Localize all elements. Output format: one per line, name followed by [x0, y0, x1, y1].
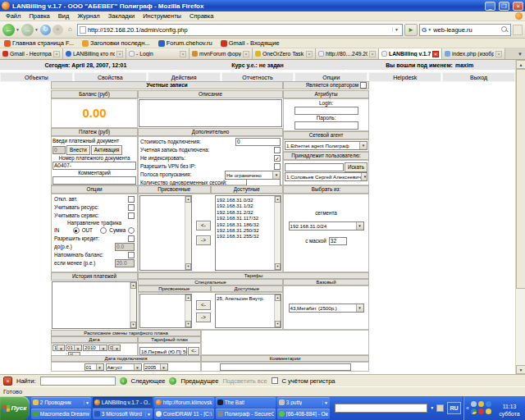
tab-close-icon[interactable]: ×	[53, 51, 60, 57]
tray-icon[interactable]	[486, 409, 491, 414]
tray-icon[interactable]	[471, 409, 477, 414]
tab-close-icon[interactable]: ×	[243, 51, 249, 57]
mask-input[interactable]: 32	[329, 237, 347, 245]
owner-select[interactable]: 1,Соловьев Сергей Алексеевич▼	[285, 172, 368, 181]
payment-amount-input[interactable]: 0	[52, 146, 66, 154]
tab-close-icon[interactable]: ×	[306, 51, 313, 57]
ip-item[interactable]: 192.168.31.186/32	[217, 221, 273, 227]
agent-select[interactable]: 1,Ethernet agent Полиграф▼	[285, 141, 368, 150]
tariff-assigned-listbox[interactable]: ▲▼	[139, 294, 192, 328]
tariff-move-right-button[interactable]: ->	[196, 313, 211, 322]
url-bar[interactable]: http://192.168.20.1/admin/config.php ▼	[77, 24, 403, 36]
submit-payment-button[interactable]: Внести	[66, 145, 90, 155]
ip-item[interactable]: 192.168.31.0/32	[217, 197, 273, 203]
start-button[interactable]: Пуск	[0, 396, 30, 420]
address-go-button[interactable]	[436, 404, 444, 412]
account-connected-checkbox[interactable]	[274, 147, 281, 153]
back-dropdown-icon[interactable]: ▼	[16, 27, 20, 32]
search-engine-dropdown-icon[interactable]: ▼	[427, 27, 431, 32]
vpn-without-ip-checkbox[interactable]	[274, 163, 281, 170]
tab-lanbilling-active[interactable]: LANBilling v.1.7 -...×	[379, 48, 442, 59]
bookmark-item[interactable]: Gmail - Входящие	[221, 39, 280, 47]
operator-checkbox[interactable]	[360, 82, 367, 89]
traffic-out-radio[interactable]	[100, 227, 107, 234]
bandwidth-select[interactable]: Не ограничено▼	[225, 171, 281, 180]
ip-item[interactable]: 192.168.31.2/32	[217, 209, 273, 215]
ip-item[interactable]: 192.168.31.1/32	[217, 203, 273, 208]
taskbar-explorer-group[interactable]: 2 Проводник▼	[31, 397, 91, 408]
tariff-available-listbox[interactable]: 25, Апельсин Внутр. ▲▼	[215, 294, 281, 328]
bookmark-item[interactable]: Forum.chehov.ru	[158, 39, 212, 47]
bookmark-item[interactable]: Заголовки последн...	[82, 39, 150, 47]
auto-disable-checkbox[interactable]	[128, 196, 135, 203]
forward-dropdown-icon[interactable]: ▼	[34, 27, 39, 32]
schedule-year-select[interactable]: 2010▼	[83, 345, 107, 351]
base-tariff-select[interactable]: 43,Мегабит (2500р.)▼	[289, 304, 364, 313]
move-left-button[interactable]: <-	[196, 221, 211, 231]
remind-threshold-input[interactable]: 20.0	[115, 259, 135, 267]
address-dropdown-icon[interactable]: ▼	[428, 404, 436, 412]
taskbar-coreldraw[interactable]: CorelDRAW 11 - [C:\...	[154, 409, 214, 419]
traffic-in-radio[interactable]	[73, 227, 80, 234]
menu-help[interactable]: Справка	[185, 12, 217, 20]
address-input[interactable]	[335, 404, 427, 413]
search-box[interactable]: G ▼ web-league.ru	[419, 24, 511, 36]
taskbar-thebat[interactable]: The Bat!	[216, 397, 276, 408]
back-button[interactable]: ←	[2, 24, 15, 36]
tab-indexphp[interactable]: index.php (изобра...×	[442, 48, 505, 59]
connect-year-select[interactable]: 2005▼	[144, 363, 168, 371]
tab-gmail[interactable]: Gmail - Неотправ...×	[0, 48, 63, 59]
find-prev-button[interactable]: Предыдущее	[180, 377, 218, 385]
menu-bookmarks[interactable]: Закладки	[104, 12, 139, 20]
schedule-plan-select[interactable]: 18,Первый (Ю.П) 50▼	[139, 347, 187, 355]
taskbar-securecrt[interactable]: Полиграф - SecureCRT	[216, 409, 276, 419]
schedule-month-select[interactable]: 01▼	[66, 345, 82, 351]
tab-oneorzero[interactable]: OneOrZero Task M...×	[253, 48, 316, 59]
reload-button[interactable]: ↻	[40, 25, 51, 35]
ip-item[interactable]: 192.168.31.117/32	[217, 215, 273, 221]
tariff-move-left-button[interactable]: <-	[196, 300, 211, 310]
highlight-all-button[interactable]: Подсветить все	[222, 377, 267, 385]
tray-icon[interactable]	[486, 401, 491, 407]
schedule-hour-select[interactable]: 0▼	[108, 345, 121, 351]
comments-input[interactable]	[220, 363, 351, 371]
search-input[interactable]: web-league.ru	[433, 26, 500, 34]
home-button[interactable]: ⌂	[65, 25, 75, 35]
url-dropdown-icon[interactable]: ▼	[392, 27, 400, 32]
maximize-button[interactable]: ❐	[499, 2, 509, 11]
ip-item[interactable]: 192.168.31.250/32	[217, 227, 273, 233]
listbox-scrollbar[interactable]: ▲▼	[274, 294, 281, 327]
doc-number-input[interactable]: А0407-	[52, 162, 136, 170]
taskbar-icq-window[interactable]: [66-408-884] - Окно ...	[277, 409, 330, 419]
close-button[interactable]: ×	[513, 2, 523, 11]
tray-icon[interactable]	[478, 401, 484, 407]
tariff-item[interactable]: 25, Апельсин Внутр.	[217, 295, 273, 301]
find-next-button[interactable]: Следующее	[131, 377, 166, 385]
scrollbar-thumb[interactable]	[516, 69, 525, 289]
tab-login[interactable]: - Login×	[126, 48, 189, 59]
listbox-scrollbar[interactable]: ▲▼	[185, 196, 191, 270]
login-input[interactable]	[294, 107, 358, 115]
menu-history[interactable]: Журнал	[73, 12, 103, 20]
listbox-scrollbar[interactable]: ▲▼	[185, 294, 191, 327]
ip-available-listbox[interactable]: 192.168.31.0/32 192.168.31.1/32 192.168.…	[215, 195, 281, 271]
go-button[interactable]: ►	[404, 24, 418, 36]
tray-icon[interactable]	[478, 409, 484, 414]
google-icon[interactable]: G	[422, 26, 427, 34]
tray-icons[interactable]	[471, 401, 492, 415]
credit-limit-input[interactable]: 0.0	[115, 243, 135, 251]
tab-list-dropdown-icon[interactable]: ▼	[515, 48, 525, 59]
count-service-checkbox[interactable]	[128, 212, 135, 219]
search-owner-button[interactable]: Искать	[345, 162, 368, 172]
connection-cost-input[interactable]: 0	[235, 138, 281, 146]
menu-helpdesk[interactable]: Helpdesk	[368, 72, 441, 82]
taskbar-lanbilling-firefox[interactable]: LANBilling v.1.7 - О...	[93, 397, 153, 408]
taskbar-putty-group[interactable]: 3 putty▼	[277, 397, 330, 408]
taskbar-dreamweaver[interactable]: Macromedia Dreamw...	[31, 409, 91, 419]
connect-month-select[interactable]: Август▼	[106, 363, 142, 371]
ip-assigned-listbox[interactable]: ▲▼	[139, 195, 192, 271]
findbar-close-icon[interactable]: ×	[3, 377, 12, 386]
url-text[interactable]: http://192.168.20.1/admin/config.php	[88, 26, 390, 34]
schedule-day-select[interactable]: 1▼	[52, 345, 65, 351]
tab-close-icon[interactable]: ×	[116, 51, 123, 57]
